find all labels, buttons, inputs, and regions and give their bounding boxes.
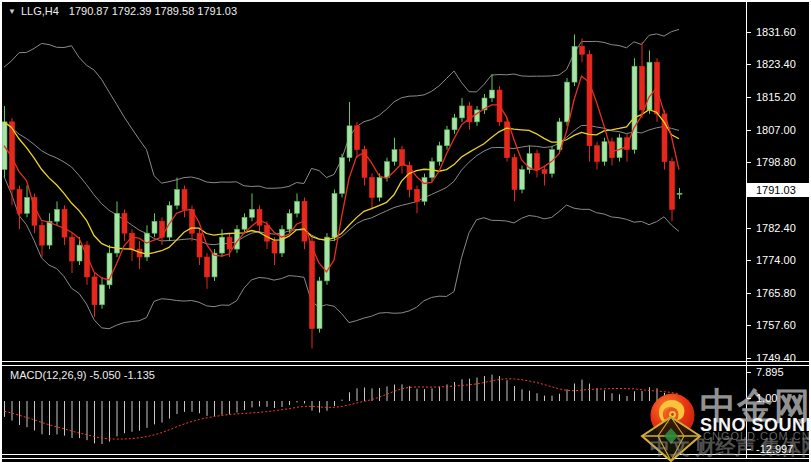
- window-frame: [0, 0, 811, 2]
- current-price-label: 1791.03: [747, 183, 811, 197]
- symbol-ohlc-header: ▼LLG,H41790.87 1792.39 1789.58 1791.03: [8, 5, 237, 17]
- macd-axis-label: 1.00: [756, 392, 777, 404]
- macd-signal-line: [5, 379, 680, 439]
- price-axis-label: 1815.20: [756, 91, 796, 103]
- axis-tick-mark: [747, 97, 751, 98]
- dropdown-arrow-icon[interactable]: ▼: [8, 7, 16, 16]
- pane-separator: [0, 454, 811, 455]
- candlestick-layer: [2, 2, 746, 361]
- axis-tick-mark: [747, 64, 751, 65]
- macd-histogram: [5, 375, 680, 444]
- axis-tick-mark: [747, 130, 751, 131]
- axis-tick-mark: [747, 260, 751, 261]
- macd-axis-label: 7.895: [756, 366, 784, 378]
- price-axis-label: 1807.00: [756, 124, 796, 136]
- price-axis-label: 1831.60: [756, 26, 796, 38]
- pane-separator: [0, 365, 811, 366]
- axis-tick-mark: [747, 325, 751, 326]
- macd-axis-label: -12.997: [756, 443, 793, 455]
- pane-separator: [0, 361, 811, 362]
- trading-chart-window: ▼LLG,H41790.87 1792.39 1789.58 1791.03 M…: [0, 0, 811, 462]
- price-axis-label: 1823.40: [756, 58, 796, 70]
- bollinger-lower-band: [4, 177, 679, 329]
- price-axis-label: 1774.00: [756, 254, 796, 266]
- window-frame: [0, 0, 2, 462]
- axis-tick-mark: [747, 162, 751, 163]
- ohlc-values: 1790.87 1792.39 1789.58 1791.03: [69, 5, 237, 17]
- axis-tick-mark: [747, 398, 751, 399]
- price-axis-label: 1765.80: [756, 287, 796, 299]
- axis-tick-mark: [747, 449, 751, 450]
- axis-tick-mark: [747, 293, 751, 294]
- axis-tick-mark: [747, 32, 751, 33]
- price-axis-label: 1757.60: [756, 319, 796, 331]
- price-axis-label: 1749.40: [756, 352, 796, 364]
- axis-tick-mark: [747, 372, 751, 373]
- axis-tick-mark: [747, 358, 751, 359]
- price-axis-label: 1782.40: [756, 222, 796, 234]
- macd-header: MACD(12,26,9) -5.050 -1.135: [10, 369, 155, 381]
- pane-separator: [0, 458, 811, 459]
- price-axis[interactable]: 1831.601823.401815.201807.001798.801782.…: [747, 0, 811, 462]
- axis-tick-mark: [747, 228, 751, 229]
- symbol-timeframe-label: LLG,H4: [21, 5, 59, 17]
- price-axis-label: 1798.80: [756, 156, 796, 168]
- main-chart-pane[interactable]: [2, 2, 746, 361]
